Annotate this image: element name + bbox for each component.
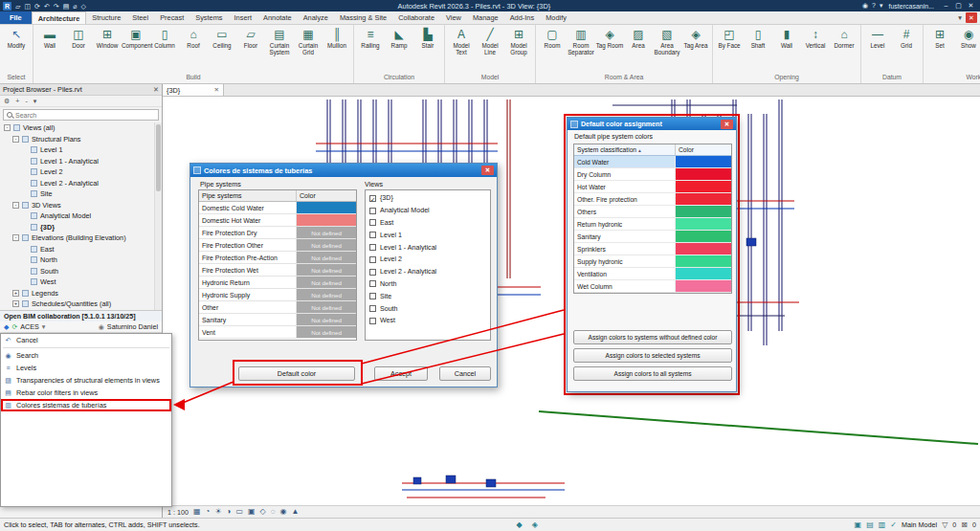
ribbon-button-room[interactable]: ▢Room: [538, 27, 567, 49]
crop-view-icon[interactable]: ▭: [235, 508, 243, 516]
menu-item-transparencies-of-structural-elements-in-views[interactable]: ▨Transparencies of structural elements i…: [1, 374, 171, 387]
ribbon-button-wall[interactable]: ▬Wall: [35, 27, 64, 49]
tree-item-schedules-quantities-all[interactable]: +Schedules/Quantities (all): [0, 299, 162, 310]
classification-row-ventilation[interactable]: Ventilation: [574, 268, 731, 280]
dialog-titlebar[interactable]: Colores de sistemas de tuberías ✕: [190, 164, 497, 177]
tab-add-ins[interactable]: Add-Ins: [504, 11, 540, 24]
view-checkbox-row-3d[interactable]: ✓{3D}: [366, 192, 490, 205]
tree-item-views-all[interactable]: -Views (all): [0, 122, 162, 134]
unlocked-view-icon[interactable]: ◇: [260, 508, 266, 516]
ribbon-button-mullion[interactable]: ║Mullion: [323, 27, 351, 49]
measure-icon[interactable]: ⌀: [73, 3, 77, 10]
assign-button-assign-colors-to-all-systems[interactable]: Assign colors to all systems: [573, 366, 732, 381]
column-header-color[interactable]: Color: [297, 190, 356, 201]
tree-item-west[interactable]: West: [0, 277, 162, 288]
assign-button-assign-colors-to-selected-systems[interactable]: Assign colors to selected systems: [573, 348, 732, 363]
save-icon[interactable]: ◫: [24, 3, 31, 10]
tree-expander-icon[interactable]: +: [12, 300, 19, 307]
detail-level-icon[interactable]: ▦: [193, 508, 201, 516]
sync-icon[interactable]: ⟳: [34, 3, 40, 10]
help-icon[interactable]: ?: [872, 2, 876, 10]
pipe-system-row-fire-protection-dry[interactable]: Fire Protection DryNot defined: [199, 227, 356, 239]
notifications-icon[interactable]: ▾: [880, 2, 883, 10]
tab-analyze[interactable]: Analyze: [298, 11, 334, 24]
tab-view[interactable]: View: [440, 11, 467, 24]
classification-row-sanitary[interactable]: Sanitary: [574, 231, 731, 243]
browser-filter-icon[interactable]: ▾: [33, 98, 37, 105]
ribbon-button-by-face[interactable]: ◰By Face: [715, 27, 744, 49]
ribbon-button-grid[interactable]: #Grid: [892, 27, 921, 49]
tree-expander-icon[interactable]: -: [12, 202, 19, 209]
column-header-color[interactable]: Color: [676, 144, 731, 155]
view-scale[interactable]: 1 : 100: [167, 508, 189, 517]
drawing-area[interactable]: {3D} ✕: [163, 84, 980, 518]
ribbon-button-area-boundary[interactable]: ▧Area Boundary: [653, 27, 681, 55]
view-checkbox-row-north[interactable]: North: [366, 278, 490, 291]
ribbon-button-column[interactable]: ▯Column: [150, 27, 179, 49]
tree-expander-icon[interactable]: -: [12, 136, 19, 143]
ribbon-button-curtain-system[interactable]: ▤Curtain System: [265, 27, 294, 55]
tree-item-site[interactable]: Site: [0, 188, 162, 200]
checkbox-icon[interactable]: [369, 269, 376, 276]
view-checkbox-row-level-2-analytical[interactable]: Level 2 - Analytical: [366, 266, 490, 278]
collapse-all-icon[interactable]: -: [25, 98, 27, 104]
pipe-system-row-hydronic-supply[interactable]: Hydronic SupplyNot defined: [199, 289, 356, 301]
tab-precast[interactable]: Precast: [154, 11, 189, 24]
ribbon-button-railing[interactable]: ≡Railing: [356, 27, 385, 49]
view-checkbox-row-analytical-model[interactable]: Analytical Model: [366, 205, 490, 217]
design-options-icon[interactable]: ▤: [866, 521, 874, 529]
classification-row-sprinklers[interactable]: Sprinklers: [574, 243, 731, 255]
pipe-system-row-other[interactable]: OtherNot defined: [199, 301, 356, 314]
tab-collaborate[interactable]: Collaborate: [392, 11, 440, 24]
openbim-sync-icon[interactable]: ⟳: [11, 323, 17, 331]
ribbon-button-vertical[interactable]: ↕Vertical: [801, 27, 830, 49]
classification-color-swatch[interactable]: [676, 231, 731, 242]
dialog-close-button[interactable]: ✕: [721, 120, 733, 129]
pipe-color-swatch[interactable]: [297, 202, 356, 213]
tab-insert[interactable]: Insert: [229, 11, 257, 24]
pipe-system-row-fire-protection-wet[interactable]: Fire Protection WetNot defined: [199, 264, 356, 277]
ribbon-button-dormer[interactable]: ⌂Dormer: [830, 27, 858, 49]
classification-color-swatch[interactable]: [676, 156, 731, 167]
view-checkbox-row-south[interactable]: South: [366, 302, 490, 315]
classification-row-cold-water[interactable]: Cold Water: [574, 156, 731, 168]
classification-color-swatch[interactable]: [676, 168, 731, 180]
panel-close-icon[interactable]: ✕: [153, 85, 159, 94]
checkbox-icon[interactable]: [369, 305, 376, 312]
ribbon-button-floor[interactable]: ▱Floor: [236, 27, 265, 49]
classification-color-swatch[interactable]: [676, 218, 731, 230]
tree-expander-icon[interactable]: +: [12, 290, 19, 297]
openbim-org-label[interactable]: ACES: [20, 322, 39, 331]
column-header-pipe-systems[interactable]: Pipe systems: [199, 190, 297, 201]
print-icon[interactable]: ▤: [63, 3, 70, 10]
close-document-button[interactable]: ✕: [966, 12, 977, 23]
dialog-close-button[interactable]: ✕: [481, 166, 494, 175]
active-only-icon[interactable]: ▥: [879, 521, 886, 529]
classification-row-supply-hydronic[interactable]: Supply hydronic: [574, 255, 731, 268]
ribbon-button-model-line[interactable]: ╱Model Line: [476, 27, 504, 55]
cancel-button[interactable]: Cancel: [439, 366, 491, 381]
pipe-color-swatch[interactable]: Not defined: [297, 301, 356, 313]
pipe-color-swatch[interactable]: [297, 214, 356, 226]
classification-color-swatch[interactable]: [676, 181, 731, 192]
default-color-button[interactable]: Default color: [238, 366, 355, 381]
classification-color-swatch[interactable]: [676, 243, 731, 254]
ribbon-button-wall[interactable]: ▮Wall: [772, 27, 801, 49]
classification-color-swatch[interactable]: [676, 280, 731, 292]
ribbon-button-tag-room[interactable]: ◈Tag Room: [595, 27, 624, 49]
selection-toggle-icon[interactable]: ⊠: [961, 521, 968, 529]
pipe-color-swatch[interactable]: Not defined: [297, 252, 356, 263]
view-checkbox-row-level-1-analytical[interactable]: Level 1 - Analytical: [366, 241, 490, 254]
collaborate-status-icon[interactable]: ◆: [516, 521, 522, 529]
menu-item-cancel[interactable]: ↶Cancel: [1, 334, 171, 346]
pipe-system-row-vent[interactable]: VentNot defined: [199, 326, 356, 339]
classification-row-dry-column[interactable]: Dry Column: [574, 168, 731, 181]
cloud-status-icon[interactable]: ◈: [532, 521, 538, 529]
reveal-hidden-elements-icon[interactable]: ◉: [279, 508, 286, 516]
tree-item-level-1[interactable]: Level 1: [0, 144, 162, 156]
checkbox-icon[interactable]: ✓: [369, 195, 376, 202]
undo-icon[interactable]: ↶: [44, 3, 50, 10]
tab-manage[interactable]: Manage: [467, 11, 504, 24]
pipe-system-row-fire-protection-other[interactable]: Fire Protection OtherNot defined: [199, 239, 356, 252]
column-header-system-classification[interactable]: System classification ▴: [574, 144, 676, 155]
